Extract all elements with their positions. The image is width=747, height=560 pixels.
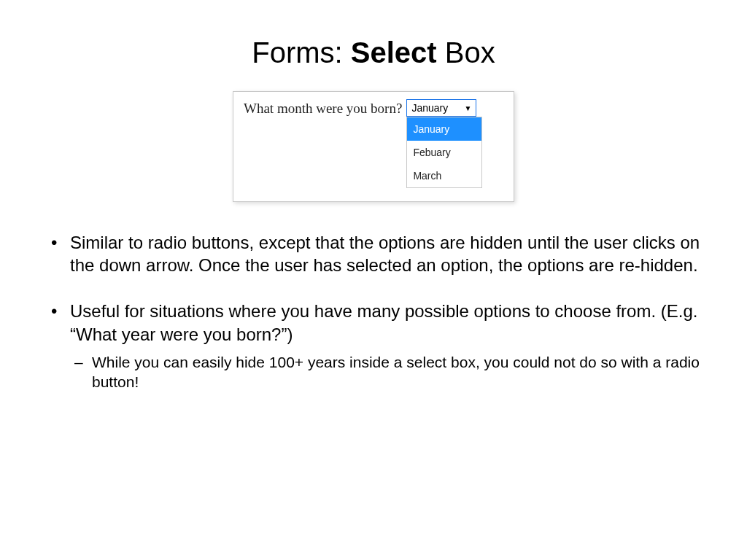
- bullet-item: Similar to radio buttons, except that th…: [44, 231, 703, 276]
- example-row: What month were you born? January ▼ Janu…: [244, 99, 506, 117]
- select-option[interactable]: March: [407, 164, 481, 187]
- title-part2: Box: [437, 36, 495, 69]
- slide-container: Forms: Select Box What month were you bo…: [0, 0, 747, 445]
- bullet-text: Similar to radio buttons, except that th…: [70, 233, 700, 275]
- sub-bullet-text: While you can easily hide 100+ years ins…: [92, 354, 700, 390]
- select-option[interactable]: January: [407, 117, 481, 141]
- chevron-down-icon: ▼: [464, 104, 471, 112]
- bullet-text: Useful for situations where you have man…: [70, 301, 697, 343]
- select-dropdown: January Febuary March: [406, 117, 482, 188]
- example-question-label: What month were you born?: [244, 99, 402, 117]
- select-box[interactable]: January ▼: [406, 99, 476, 117]
- title-bold: Select: [351, 36, 437, 69]
- select-wrapper: January ▼ January Febuary March: [406, 99, 476, 117]
- select-option[interactable]: Febuary: [407, 141, 481, 164]
- sub-bullet-item: While you can easily hide 100+ years ins…: [70, 353, 703, 392]
- bullet-item: Useful for situations where you have man…: [44, 300, 703, 392]
- bullet-list: Similar to radio buttons, except that th…: [44, 231, 703, 392]
- select-value: January: [411, 102, 448, 114]
- sub-bullet-list: While you can easily hide 100+ years ins…: [70, 353, 703, 392]
- title-part1: Forms:: [252, 36, 351, 69]
- slide-title: Forms: Select Box: [44, 36, 703, 69]
- select-example-box: What month were you born? January ▼ Janu…: [233, 91, 514, 202]
